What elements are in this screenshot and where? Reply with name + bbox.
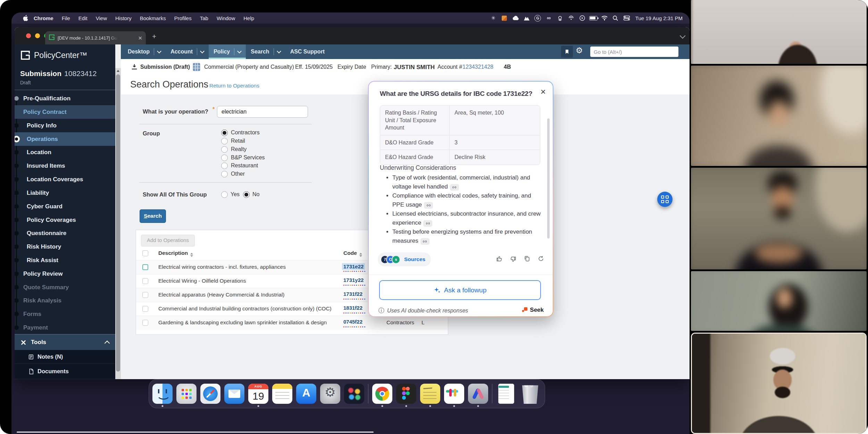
dock-design-app-icon[interactable] bbox=[468, 384, 488, 404]
row-code[interactable]: 1731y22 bbox=[343, 277, 364, 283]
sidebar-item-liability[interactable]: Liability bbox=[15, 186, 115, 200]
keyboard-brightness-icon[interactable]: ✳ bbox=[489, 14, 498, 22]
play-icon[interactable] bbox=[578, 14, 587, 22]
radio-label-realty[interactable]: Realty bbox=[231, 146, 247, 152]
radio-label-other[interactable]: Other bbox=[231, 171, 245, 177]
g-app-icon[interactable]: G bbox=[533, 14, 542, 22]
battery-icon[interactable] bbox=[589, 14, 598, 22]
row-code[interactable]: 1831f22 bbox=[343, 305, 362, 311]
menu-tab[interactable]: Tab bbox=[196, 15, 212, 21]
source-link-icon[interactable] bbox=[420, 238, 429, 245]
sidebar-item-risk-assist[interactable]: Risk Assist bbox=[15, 253, 115, 267]
column-description[interactable]: Description bbox=[158, 250, 193, 257]
camera-app-icon[interactable] bbox=[556, 14, 565, 22]
select-all-checkbox[interactable] bbox=[142, 250, 148, 256]
radio-label-retail[interactable]: Retail bbox=[231, 138, 245, 144]
download-icon[interactable] bbox=[131, 63, 138, 72]
menu-clock[interactable]: Tue 19 Aug 2:31 PM bbox=[635, 15, 683, 21]
sidebar-item-risk-history[interactable]: Risk History bbox=[15, 240, 115, 253]
row-checkbox[interactable] bbox=[142, 264, 148, 270]
regenerate-icon[interactable] bbox=[537, 255, 544, 264]
new-tab-button[interactable]: + bbox=[152, 33, 156, 40]
menu-window[interactable]: Window bbox=[212, 15, 239, 21]
dock-trash-icon[interactable] bbox=[520, 384, 540, 404]
popup-scrollbar-thumb[interactable] bbox=[547, 118, 550, 239]
table-row[interactable]: Gardening & landscaping excluding lawn s… bbox=[136, 316, 448, 330]
mountain-app-icon[interactable] bbox=[522, 14, 531, 22]
sidebar-item-insured-items[interactable]: Insured Items bbox=[15, 159, 115, 173]
minimize-window-button[interactable] bbox=[35, 33, 40, 38]
tab-close-icon[interactable]: ✕ bbox=[138, 35, 142, 41]
sidebar-scrollbar[interactable] bbox=[115, 68, 121, 379]
video-participant-3[interactable] bbox=[691, 168, 867, 269]
sidebar-item-policy-info[interactable]: Policy Info bbox=[15, 119, 115, 132]
column-code[interactable]: Code bbox=[343, 250, 362, 257]
infinity-app-icon[interactable]: ∞ bbox=[544, 14, 553, 22]
sidebar-item-policy-review[interactable]: Policy Review bbox=[15, 267, 115, 281]
row-checkbox[interactable] bbox=[142, 292, 148, 298]
menu-history[interactable]: History bbox=[111, 15, 136, 21]
dock-launchpad-icon[interactable] bbox=[176, 384, 197, 404]
radio-label-restaurant[interactable]: Restaurant bbox=[231, 162, 258, 169]
menu-profiles[interactable]: Profiles bbox=[170, 15, 196, 21]
dock-notes-icon[interactable] bbox=[272, 384, 292, 404]
radio-label-yes[interactable]: Yes bbox=[231, 191, 240, 198]
wifi-icon[interactable] bbox=[600, 14, 609, 22]
scroll-up-icon[interactable] bbox=[117, 70, 119, 72]
radio-label-contractors[interactable]: Contractors bbox=[231, 130, 260, 136]
spotlight-icon[interactable] bbox=[611, 14, 620, 22]
row-checkbox[interactable] bbox=[142, 306, 148, 312]
sidebar-item-quote-summary[interactable]: Quote Summary bbox=[15, 281, 115, 294]
dock-figma-icon[interactable] bbox=[396, 384, 416, 404]
radio-other[interactable] bbox=[221, 171, 228, 177]
operation-input[interactable] bbox=[217, 106, 308, 118]
sidebar-item-questionnaire[interactable]: Questionnaire bbox=[15, 226, 115, 240]
add-to-operations-button[interactable]: Add to Operations bbox=[141, 235, 195, 247]
sidebar-item-documents[interactable]: Documents bbox=[15, 364, 115, 379]
dock-calendar-icon[interactable]: AUG19 bbox=[248, 384, 268, 404]
radio-retail[interactable] bbox=[221, 138, 228, 144]
sidebar-item-pre-qualification[interactable]: Pre-Qualification bbox=[15, 92, 115, 105]
radio-label-bp-services[interactable]: B&P Services bbox=[231, 155, 265, 161]
nav-tab-policy[interactable]: Policy bbox=[209, 44, 246, 59]
scrollbar-thumb[interactable] bbox=[116, 74, 120, 372]
radio-realty[interactable] bbox=[221, 146, 228, 153]
sidebar-item-location[interactable]: Location bbox=[15, 145, 115, 159]
row-checkbox[interactable] bbox=[142, 320, 148, 326]
menu-chrome[interactable]: Chrome bbox=[30, 15, 58, 21]
dock-chrome-icon[interactable] bbox=[372, 384, 392, 404]
hotspot-icon[interactable] bbox=[567, 14, 576, 22]
adobe-app-icon[interactable] bbox=[500, 14, 509, 22]
sidebar-item-operations[interactable]: Operations bbox=[15, 132, 115, 146]
source-link-icon[interactable] bbox=[423, 220, 432, 227]
dock-mail-icon[interactable] bbox=[224, 384, 244, 404]
dock-app-store-icon[interactable] bbox=[296, 384, 316, 404]
close-window-button[interactable] bbox=[26, 33, 31, 38]
browser-tab[interactable]: [DEV mode - 10.1.2.1417] Gui ✕ bbox=[45, 31, 146, 44]
sidebar-item-forms[interactable]: Forms bbox=[15, 307, 115, 321]
bookmark-button[interactable] bbox=[561, 46, 573, 58]
thumbs-down-icon[interactable] bbox=[510, 256, 517, 263]
dock-safari-icon[interactable] bbox=[200, 384, 220, 404]
radio-show-all-no[interactable] bbox=[243, 191, 250, 198]
sidebar-item-location-coverages[interactable]: Location Coverages bbox=[15, 173, 115, 186]
nav-tab-asc-support[interactable]: ASC Support bbox=[285, 44, 330, 59]
dock-system-settings-icon[interactable] bbox=[320, 384, 340, 404]
row-code[interactable]: 1731f22 bbox=[343, 291, 362, 297]
dock-slack-icon[interactable] bbox=[444, 384, 464, 404]
sidebar-item-risk-analysis[interactable]: Risk Analysis bbox=[15, 294, 115, 307]
video-participant-4[interactable] bbox=[691, 271, 867, 331]
dock-photos-icon[interactable] bbox=[344, 384, 364, 404]
source-link-icon[interactable] bbox=[424, 202, 433, 209]
return-to-operations-link[interactable]: Return to Operations bbox=[209, 83, 259, 89]
row-code[interactable]: 1731e22 bbox=[342, 263, 365, 270]
dock-minimized-window-icon[interactable] bbox=[496, 384, 516, 404]
nav-tab-search[interactable]: Search bbox=[246, 44, 285, 59]
menu-view[interactable]: View bbox=[92, 15, 111, 21]
row-checkbox[interactable] bbox=[142, 278, 148, 284]
sort-icon[interactable] bbox=[190, 253, 193, 257]
ask-followup-button[interactable]: Ask a followup bbox=[379, 280, 541, 300]
sidebar-item-policy-contract[interactable]: Policy Contract bbox=[15, 105, 115, 119]
settings-gear-icon[interactable]: ⚙ bbox=[576, 46, 583, 55]
radio-show-all-yes[interactable] bbox=[221, 191, 228, 198]
